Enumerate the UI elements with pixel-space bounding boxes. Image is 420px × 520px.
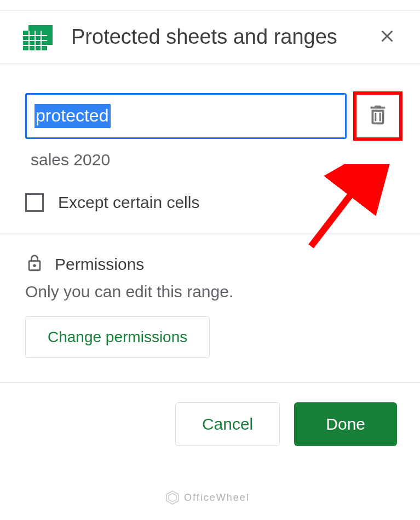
- cancel-button[interactable]: Cancel: [175, 402, 280, 446]
- delete-highlight-box: [353, 91, 402, 141]
- svg-marker-13: [166, 491, 179, 504]
- panel-title: Protected sheets and ranges: [71, 23, 374, 51]
- description-input[interactable]: protected: [25, 93, 347, 139]
- svg-rect-10: [379, 113, 381, 121]
- close-icon: [377, 26, 397, 48]
- svg-marker-14: [169, 493, 176, 501]
- except-label: Except certain cells: [58, 193, 199, 212]
- trash-icon: [365, 102, 390, 130]
- except-certain-cells-row: Except certain cells: [25, 193, 402, 212]
- sheets-icon: [23, 25, 53, 53]
- watermark: OfficeWheel: [165, 490, 250, 505]
- watermark-icon: [165, 490, 180, 505]
- lock-icon: [25, 254, 44, 275]
- permissions-title: Permissions: [55, 255, 144, 274]
- svg-rect-9: [375, 113, 376, 121]
- permissions-description: Only you can edit this range.: [25, 282, 395, 301]
- done-button[interactable]: Done: [294, 402, 397, 446]
- panel-header: Protected sheets and ranges: [0, 11, 420, 63]
- change-permissions-button[interactable]: Change permissions: [25, 316, 210, 358]
- protected-ranges-panel: Protected sheets and ranges protected: [0, 10, 420, 446]
- protection-details: protected sales 2020: [0, 64, 420, 234]
- except-checkbox[interactable]: [25, 193, 44, 212]
- delete-button[interactable]: [363, 101, 393, 131]
- description-value: protected: [34, 104, 111, 128]
- range-label: sales 2020: [25, 151, 402, 169]
- close-button[interactable]: [374, 24, 400, 50]
- permissions-section: Permissions Only you can edit this range…: [0, 234, 420, 382]
- watermark-text: OfficeWheel: [184, 492, 250, 504]
- panel-footer: Cancel Done: [0, 383, 420, 446]
